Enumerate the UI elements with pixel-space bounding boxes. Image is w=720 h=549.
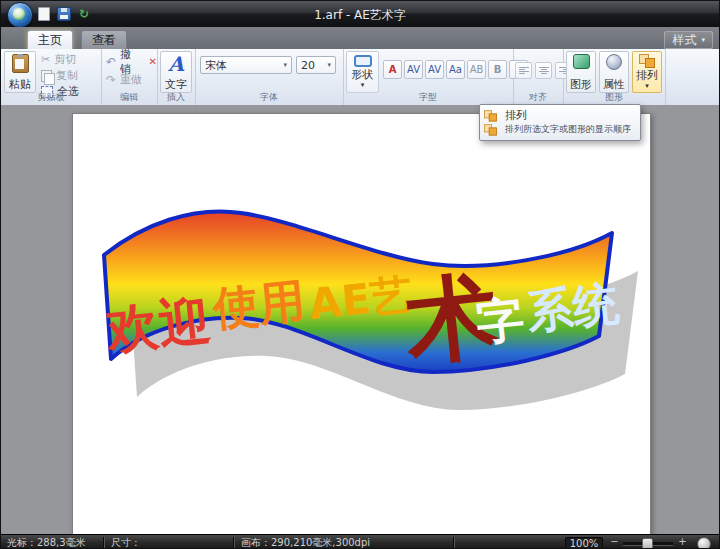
status-divider [103,537,104,548]
chevron-down-icon: ▾ [645,83,649,90]
cut-icon: ✂ [41,54,50,65]
ribbon: 粘贴 ✂ 剪切 复制 全选 剪贴板 ↶ [1,49,719,106]
insert-text-button[interactable]: A 文字 [160,51,192,93]
redo-icon: ↷ [106,74,116,86]
font-family-select[interactable]: 宋体 ▾ [200,56,292,74]
copy-button[interactable]: 复制 [41,69,79,82]
arrange-tooltip: 排列 排列所选文字或图形的显示顺序 [479,104,641,141]
tooltip-description: 排列所选文字或图形的显示顺序 [505,123,631,136]
cursor-position-status: 光标：288,3毫米 [7,535,86,549]
canvas-status: 画布：290,210毫米,300dpi [241,535,370,549]
art-text-segment: 使用 [208,273,307,337]
clipboard-group-label: 剪贴板 [1,91,101,104]
insert-group-label: 插入 [157,91,195,104]
tracking-button[interactable]: AV [425,60,444,79]
zoom-level: 100% [565,537,603,549]
group-graphics: 图形 属性 排列 ▾ 图形 [563,49,666,105]
align-group-label: 对齐 [513,91,563,104]
font-size-select[interactable]: 20 ▾ [296,56,336,74]
edit-group-label: 编辑 [101,91,157,104]
tab-home[interactable]: 主页 [27,30,73,50]
arrange-button[interactable]: 排列 ▾ [632,51,662,93]
art-text-segment: 系统 [524,276,623,340]
window-title: 1.arf - AE艺术字 [1,7,719,24]
fit-page-button[interactable] [697,537,711,549]
shape-style-button[interactable]: 形状 ▾ [346,51,379,93]
case-button[interactable]: Aa [446,60,465,79]
font-color-button[interactable]: A [383,60,402,79]
font-style-group-label: 字型 [343,91,513,104]
graphics-group-label: 图形 [563,91,665,104]
align-left-button[interactable] [515,62,532,79]
graphics-shape-icon [573,54,590,69]
size-status: 尺寸： [111,535,141,549]
status-divider [453,537,454,548]
chevron-down-icon: ▾ [701,37,705,44]
group-insert: A 文字 插入 [157,49,196,105]
paste-button[interactable]: 粘贴 [4,51,36,93]
redo-button[interactable]: ↷ 重做 [106,73,157,86]
art-text-segment: 字 [473,290,527,351]
group-clipboard: 粘贴 ✂ 剪切 复制 全选 剪贴板 [1,49,102,105]
style-menu-button[interactable]: 样式 ▾ [664,31,713,49]
shape-style-label: 形状 [352,67,374,82]
workspace[interactable]: 欢迎 使用 AE艺 术 字 系统 [1,105,719,534]
shape-outline-icon [354,55,372,67]
style-menu-label: 样式 [672,32,696,48]
redo-label: 重做 [120,72,142,87]
undo-icon: ↶ [106,56,116,68]
graphics-shape-button[interactable]: 图形 [566,51,596,93]
cut-label: 剪切 [54,52,76,67]
ribbon-tab-row: 主页 查看 样式 ▾ [1,27,719,50]
status-bar: 光标：288,3毫米 尺寸： 画布：290,210毫米,300dpi 100% … [1,534,719,549]
font-style-buttons: A AV AV Aa AB B I [383,60,528,79]
copy-label: 复制 [56,68,78,83]
properties-button[interactable]: 属性 [599,51,629,93]
wordart-canvas[interactable]: 欢迎 使用 AE艺 术 字 系统 [73,114,650,535]
group-font-style: 形状 ▾ A AV AV Aa AB B I 字型 [343,49,514,105]
arrange-icon [639,54,655,67]
bold-button[interactable]: B [488,60,507,79]
align-center-button[interactable] [535,62,552,79]
art-text-segment: 欢迎 [102,290,214,361]
paste-icon [12,54,29,73]
align-center-icon [539,67,549,75]
font-group-label: 字体 [195,91,343,104]
arrange-icon [484,124,497,134]
text-tool-icon: A [168,54,184,74]
properties-label: 属性 [603,79,625,90]
group-align: 对齐 [513,49,564,105]
document-page[interactable]: 欢迎 使用 AE艺 术 字 系统 [72,113,651,536]
zoom-out-button[interactable]: − [608,536,621,549]
edit-column: ↶ 撤销 ✕ ↷ 重做 [106,55,157,86]
align-left-icon [519,67,529,75]
zoom-in-button[interactable]: + [676,536,689,549]
delete-icon[interactable]: ✕ [149,57,157,67]
group-font: 宋体 ▾ 20 ▾ 字体 [195,49,344,105]
properties-sphere-icon [606,54,622,70]
chevron-down-icon: ▾ [327,62,331,69]
font-size-value: 20 [301,59,315,72]
kerning-button[interactable]: AV [404,60,423,79]
app-window: ↻ 1.arf - AE艺术字 主页 查看 样式 ▾ 粘贴 ✂ 剪切 [0,0,720,549]
status-divider [233,537,234,548]
arrange-label: 排列 [636,70,658,81]
font-family-value: 宋体 [205,58,227,73]
graphics-shape-label: 图形 [570,79,592,90]
undo-button[interactable]: ↶ 撤销 ✕ [106,55,157,68]
chevron-down-icon: ▾ [283,62,287,69]
script-button[interactable]: AB [467,60,486,79]
arrange-icon [484,110,497,120]
group-edit: ↶ 撤销 ✕ ↷ 重做 编辑 [101,49,158,105]
chevron-down-icon: ▾ [361,82,365,89]
copy-icon [41,70,52,82]
insert-text-label: 文字 [165,79,187,90]
title-bar: ↻ 1.arf - AE艺术字 [1,1,719,27]
cut-button[interactable]: ✂ 剪切 [41,53,79,66]
tooltip-title: 排列 [505,108,527,123]
paste-label: 粘贴 [9,79,31,90]
zoom-slider-thumb[interactable] [642,538,653,549]
